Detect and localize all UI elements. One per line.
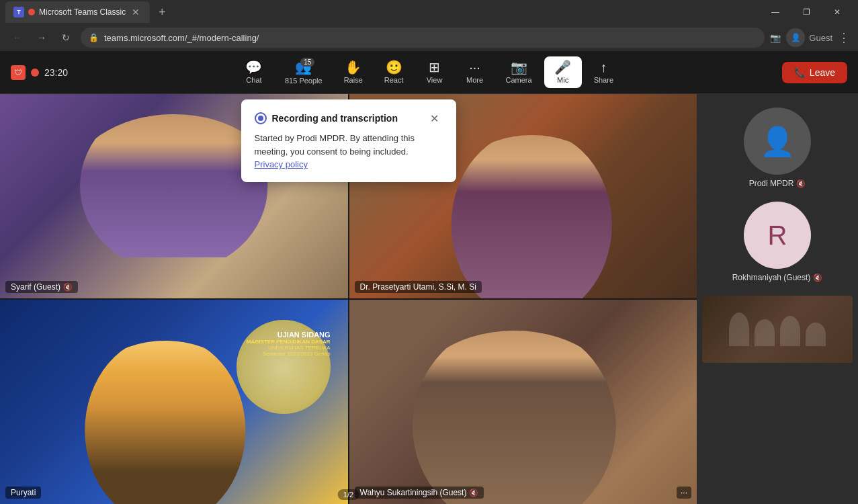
right-sidebar: 👤 Prodi MPDR 🔇 R Rokhmaniyah (Guest) 🔇 — [697, 94, 858, 504]
video-grid: Syarif (Guest) 🔇 Dr. Prasetyarti Utami, … — [0, 94, 697, 504]
ujian-text-overlay: UJIAN SIDANG MAGISTER PENDIDIKAN DASAR U… — [247, 331, 331, 357]
teams-toolbar: 🛡 23:20 💬 Chat 👥 15 815 People ✋ Raise — [0, 51, 858, 94]
user-silhouette-icon: 👤 — [760, 125, 795, 158]
raise-icon: ✋ — [345, 60, 361, 74]
back-button[interactable]: ← — [8, 28, 27, 47]
recording-inner-dot — [258, 116, 263, 121]
react-button[interactable]: 🙂 React — [375, 56, 413, 88]
address-bar: ← → ↻ 🔒 teams.microsoft.com/_#/modern-ca… — [0, 24, 858, 51]
tab-title: Microsoft Teams Classic — [39, 7, 126, 17]
recording-indicator — [28, 9, 35, 15]
view-label: View — [427, 76, 443, 84]
sidebar-thumbnail[interactable] — [702, 296, 853, 363]
react-label: React — [384, 76, 404, 84]
recording-circle-icon — [255, 112, 267, 124]
wahyu-more-button[interactable]: ··· — [677, 487, 691, 499]
camera-label: Camera — [506, 76, 532, 84]
raise-button[interactable]: ✋ Raise — [335, 56, 372, 88]
browser-menu-button[interactable]: ⋮ — [838, 30, 850, 45]
tab-bar: T Microsoft Teams Classic ✕ + — ❐ ✕ — [0, 0, 858, 24]
window-controls: — ❐ ✕ — [760, 0, 853, 24]
raise-label: Raise — [344, 76, 363, 84]
close-button[interactable]: ✕ — [822, 0, 853, 24]
wahyu-silhouette — [401, 331, 627, 504]
chat-label: Chat — [246, 76, 261, 84]
ujian-line4: Semester 2022/2023 Genap — [247, 351, 331, 357]
ujian-line3: UNIVERSITAS TERBUKA — [247, 345, 331, 351]
mic-button[interactable]: 🎤 Mic — [544, 56, 582, 88]
more-button[interactable]: ··· More — [456, 56, 494, 88]
profile-label: Guest — [809, 33, 832, 43]
mute-icon-rokhmaniyah: 🔇 — [813, 274, 822, 282]
new-tab-button[interactable]: + — [153, 3, 171, 22]
prodi-mpdr-name-row: Prodi MPDR 🔇 — [749, 179, 806, 188]
reload-button[interactable]: ↻ — [56, 28, 75, 47]
mic-icon: 🎤 — [554, 60, 571, 74]
video-tile-wahyu[interactable]: Wahyu Sukartiningsih (Guest) 🔇 ··· — [349, 300, 697, 504]
teams-favicon: T — [13, 7, 24, 17]
view-button[interactable]: ⊞ View — [416, 56, 454, 88]
shield-icon: 🛡 — [11, 65, 26, 80]
sidebar-participant-prodi-mpdr: 👤 Prodi MPDR 🔇 — [702, 102, 853, 194]
toolbar-center: 💬 Chat 👥 15 815 People ✋ Raise 🙂 React — [235, 56, 623, 89]
chat-icon: 💬 — [245, 60, 262, 74]
more-icon: ··· — [469, 60, 480, 74]
thumb-person-1 — [729, 312, 749, 346]
profile-area[interactable]: 👤 Guest — [786, 28, 832, 47]
people-icon-wrapper: 👥 15 — [295, 60, 312, 75]
tab-close-button[interactable]: ✕ — [130, 6, 142, 18]
thumb-silhouette — [729, 312, 826, 346]
view-icon: ⊞ — [429, 60, 440, 74]
wahyu-name: Wahyu Sukartiningsih (Guest) 🔇 — [355, 487, 484, 499]
rokhmaniyah-name-row: Rokhmaniyah (Guest) 🔇 — [732, 273, 823, 282]
recording-dot — [31, 69, 39, 77]
people-button[interactable]: 👥 15 815 People — [275, 56, 332, 89]
mute-icon-prodi: 🔇 — [796, 179, 806, 188]
profile-icon: 👤 — [786, 28, 805, 47]
share-label: Share — [594, 76, 613, 84]
thumb-person-3 — [780, 316, 800, 346]
url-text: teams.microsoft.com/_#/modern-calling/ — [104, 33, 259, 43]
react-icon: 🙂 — [386, 60, 402, 74]
thumb-person-4 — [806, 323, 826, 346]
avatar-prodi-mpdr: 👤 — [744, 108, 811, 175]
share-icon: ↑ — [600, 60, 607, 74]
sidebar-participant-rokhmaniyah: R Rokhmaniyah (Guest) 🔇 — [702, 196, 853, 288]
leave-button[interactable]: 📞 Leave — [782, 62, 847, 83]
video-tile-puryati[interactable]: UJIAN SIDANG MAGISTER PENDIDIKAN DASAR U… — [0, 300, 348, 504]
mute-icon-syarif: 🔇 — [63, 283, 73, 292]
camera-button[interactable]: 📷 Camera — [497, 56, 542, 88]
rokhmaniyah-name: Rokhmaniyah (Guest) — [732, 273, 811, 282]
forward-button[interactable]: → — [32, 28, 51, 47]
chat-button[interactable]: 💬 Chat — [235, 56, 273, 88]
call-timer: 23:20 — [44, 67, 68, 78]
dr-praset-name: Dr. Prasetyarti Utami, S.Si, M. Si — [355, 281, 482, 293]
dr-praset-silhouette — [436, 135, 628, 298]
camera-toolbar-icon[interactable]: 📷 — [770, 33, 781, 43]
popup-title-row: Recording and transcription — [255, 112, 398, 124]
privacy-policy-link[interactable]: Privacy policy — [255, 159, 308, 169]
popup-title: Recording and transcription — [272, 113, 398, 124]
phone-icon: 📞 — [794, 67, 806, 78]
camera-icon: 📷 — [770, 33, 781, 43]
lock-icon: 🔒 — [89, 33, 99, 42]
share-button[interactable]: ↑ Share — [585, 56, 623, 88]
people-label: 815 People — [285, 77, 323, 85]
ujian-line1: UJIAN SIDANG — [247, 331, 331, 339]
minimize-button[interactable]: — — [760, 0, 791, 24]
thumb-content — [702, 296, 853, 363]
maximize-button[interactable]: ❐ — [791, 0, 822, 24]
camera-button-icon: 📷 — [511, 60, 527, 74]
url-bar[interactable]: 🔒 teams.microsoft.com/_#/modern-calling/ — [81, 28, 765, 48]
popup-close-button[interactable]: ✕ — [427, 110, 443, 126]
toolbar-left: 🛡 23:20 — [11, 65, 68, 80]
active-tab[interactable]: T Microsoft Teams Classic ✕ — [5, 1, 150, 23]
browser-chrome: T Microsoft Teams Classic ✕ + — ❐ ✕ ← → … — [0, 0, 858, 51]
ujian-line2: MAGISTER PENDIDIKAN DASAR — [247, 339, 331, 345]
wahyu-tile-actions: ··· — [677, 487, 691, 499]
teams-app: 🛡 23:20 💬 Chat 👥 15 815 People ✋ Raise — [0, 51, 858, 504]
syarif-name: Syarif (Guest) 🔇 — [5, 281, 78, 293]
page-indicator: 1/2 — [338, 489, 359, 500]
popup-body-text: Started by Prodi MPDR. By attending this… — [255, 133, 415, 157]
avatar-rokhmaniyah: R — [744, 202, 811, 269]
